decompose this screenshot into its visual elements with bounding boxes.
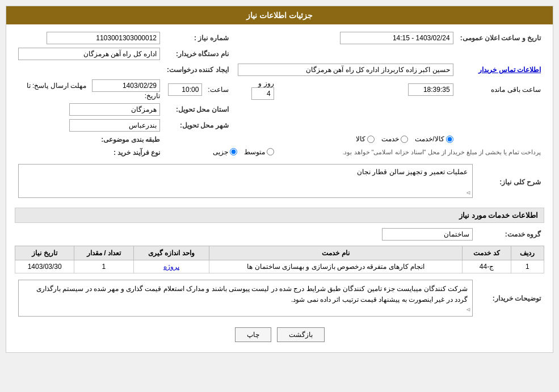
requester-value-cell: حسین اکبر زاده کاربرداز اداره کل راه آهن… — [232, 62, 457, 78]
cell-quantity: 1 — [74, 260, 133, 273]
general-desc-label: شرح کلی نیاز: — [476, 162, 544, 202]
table-row: 1 ج-44 انجام کارهای متفرقه درخصوص بازساز… — [15, 260, 544, 273]
process-label-medium: متوسط — [244, 148, 265, 156]
province-value-cell: هرمزگان — [15, 102, 163, 117]
process-option-partial: جزیی — [213, 148, 237, 156]
cell-service-code: ج-44 — [463, 260, 511, 273]
process-label: نوع فرآیند خرید : — [15, 146, 163, 159]
announce-label: تاریخ و ساعت اعلان عمومی: — [457, 30, 544, 46]
city-label: شهر محل تحویل: — [163, 117, 232, 133]
buyer-org-label: نام دستگاه خریدار: — [163, 46, 232, 62]
col-row-num: ردیف — [511, 246, 544, 260]
requester-contact-link[interactable]: اطلاعات تماس خریدار — [478, 66, 541, 74]
general-desc-value-cell: عملیات تعمیر و تجهیز سالن قطار نجان — [15, 162, 476, 202]
description-table: شرح کلی نیاز: عملیات تعمیر و تجهیز سالن … — [15, 162, 544, 202]
category-option-kala-khadamat: کالا/خدمت — [415, 135, 453, 143]
category-radio-group: کالا/خدمت خدمت کالا — [356, 135, 453, 143]
page-container: جزئیات اطلاعات نیاز تاریخ و ساعت اعلان ع… — [6, 6, 553, 353]
services-table: ردیف کد خدمت نام خدمت واحد اندازه گیری ت… — [15, 246, 544, 273]
requester-value: حسین اکبر زاده کاربرداز اداره کل راه آهن… — [238, 64, 453, 76]
col-quantity: تعداد / مقدار — [74, 246, 133, 260]
category-option-kala: کالا — [356, 135, 375, 143]
need-number-value-cell: 1103001303000012 — [15, 30, 163, 46]
time-value: 10:00 — [168, 83, 202, 96]
category-label-kala: کالا — [356, 135, 365, 143]
cell-unit: پروژه — [133, 260, 209, 273]
requester-label: ایجاد کننده درخواست: — [163, 62, 232, 78]
col-unit: واحد اندازه گیری — [133, 246, 209, 260]
category-option-khadamat: خدمت — [381, 135, 408, 143]
remaining-label: ساعت باقی مانده — [491, 86, 541, 94]
service-info-section-title: اطلاعات خدمات مورد نیاز — [15, 208, 544, 223]
time-label: ساعت: — [208, 86, 228, 94]
category-radio-kala[interactable] — [367, 136, 375, 143]
need-number-label: شماره نیاز : — [163, 30, 232, 46]
process-radio-medium[interactable] — [267, 148, 274, 155]
service-group-value-cell: ساختمان — [15, 226, 476, 242]
col-date: تاریخ نیاز — [15, 246, 74, 260]
days-label: روز و — [258, 79, 274, 87]
col-service-name: نام خدمت — [209, 246, 463, 260]
process-option-medium: متوسط — [244, 148, 274, 156]
date-value: 1403/02/29 — [92, 79, 160, 92]
process-note: پرداخت تمام یا بخشی از مبلغ خریدار از مح… — [278, 146, 544, 159]
buyer-notes-table: توضیحات خریدار: شرکت کنندگان میبایست جزء… — [15, 278, 544, 318]
category-radio-khadamat[interactable] — [401, 136, 408, 143]
cell-date: 1403/03/30 — [15, 260, 74, 273]
category-label-kala-khadamat: کالا/خدمت — [415, 135, 444, 143]
print-button[interactable]: چاپ — [235, 327, 271, 342]
city-value-cell: بندرعباس — [15, 117, 163, 133]
page-title: جزئیات اطلاعات نیاز — [246, 11, 313, 20]
buyer-org-value-cell: اداره کل راه آهن هرمزگان — [15, 46, 163, 62]
buyer-notes-value: شرکت کنندگان میبایست جزء تامین کنندگان ط… — [36, 285, 468, 304]
button-row: بازگشت چاپ — [15, 322, 544, 347]
process-radio-partial[interactable] — [230, 148, 237, 155]
remaining-label-cell: ساعت باقی مانده — [457, 78, 544, 102]
days-value: 4 — [251, 87, 274, 100]
buyer-notes-value-cell: شرکت کنندگان میبایست جزء تامین کنندگان ط… — [15, 278, 476, 318]
col-service-code: کد خدمت — [463, 246, 511, 260]
province-label: استان محل تحویل: — [163, 102, 232, 117]
category-radio-kala-khadamat[interactable] — [446, 136, 453, 143]
cell-row-num: 1 — [511, 260, 544, 273]
service-group-value: ساختمان — [382, 228, 473, 241]
buyer-notes-box: شرکت کنندگان میبایست جزء تامین کنندگان ط… — [18, 280, 473, 317]
cell-service-name: انجام کارهای متفرقه درخصوص بازسازی و بهس… — [209, 260, 463, 273]
page-header: جزئیات اطلاعات نیاز — [6, 6, 553, 24]
announce-value: 1403/02/24 - 14:15 — [340, 32, 453, 44]
requester-link-cell: اطلاعات تماس خریدار — [457, 62, 544, 78]
category-label: طبقه بندی موضوعی: — [15, 133, 163, 146]
announce-value-cell: 1403/02/24 - 14:15 — [278, 30, 457, 46]
buyer-org-value: اداره کل راه آهن هرمزگان — [18, 48, 160, 60]
service-group-label: گروه خدمت: — [476, 226, 544, 242]
remaining-value-cell: 18:39:35 — [278, 78, 457, 102]
remaining-value: 18:39:35 — [408, 83, 453, 96]
process-radio-group: متوسط جزیی — [213, 148, 274, 156]
general-desc-box: عملیات تعمیر و تجهیز سالن قطار نجان — [18, 164, 473, 198]
category-label-khadamat: خدمت — [381, 135, 399, 143]
main-info-table: تاریخ و ساعت اعلان عمومی: 1403/02/24 - 1… — [15, 30, 544, 159]
back-button[interactable]: بازگشت — [277, 327, 325, 342]
process-label-partial: جزیی — [213, 148, 228, 156]
city-value: بندرعباس — [69, 119, 160, 132]
need-number-value: 1103001303000012 — [47, 32, 160, 44]
general-desc-value: عملیات تعمیر و تجهیز سالن قطار نجان — [357, 168, 468, 176]
province-value: هرمزگان — [69, 103, 160, 116]
service-group-table: گروه خدمت: ساختمان — [15, 226, 544, 242]
buyer-notes-label: توضیحات خریدار: — [476, 278, 544, 318]
